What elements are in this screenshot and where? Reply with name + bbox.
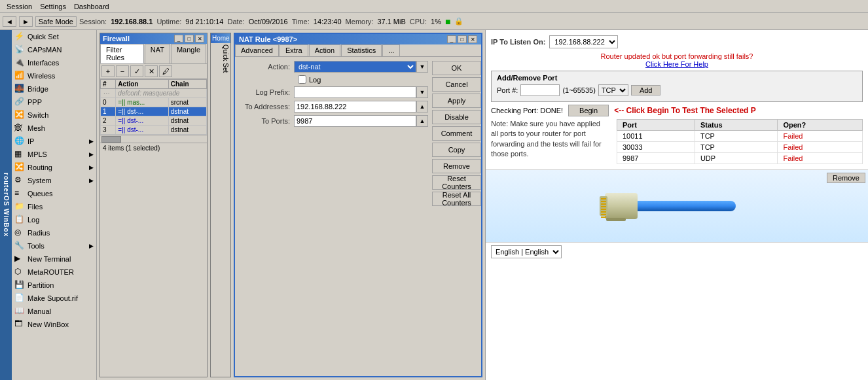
port-number-input[interactable] — [520, 84, 560, 96]
action-dropdown-btn[interactable]: ▼ — [416, 61, 428, 73]
row-num: 0 — [101, 98, 116, 107]
to-addresses-up[interactable]: ▲ — [416, 101, 428, 112]
back-button[interactable]: ◄ — [3, 16, 16, 27]
nav-queues[interactable]: ≡ Queues — [12, 187, 96, 200]
tab-more[interactable]: ... — [382, 44, 400, 56]
tab-extra[interactable]: Extra — [280, 44, 308, 56]
nat-close-button[interactable]: ✕ — [468, 35, 477, 43]
mpls-expand-icon: ▶ — [89, 151, 94, 158]
menu-session[interactable]: Session — [3, 2, 36, 11]
nav-mpls[interactable]: ▦ MPLS ▶ — [12, 148, 96, 161]
log-label: Log — [309, 76, 321, 84]
table-row[interactable]: ⋯ defconf: masquerade — [101, 89, 207, 98]
row-num: 2 — [101, 116, 116, 126]
remove-port-button[interactable]: Remove — [827, 173, 865, 183]
nat-form: Action: dst-nat ▼ Log Log Prefix: ▼ To A — [235, 61, 428, 206]
comment-button[interactable]: Comment — [432, 126, 481, 141]
main-layout: routerOS WinBox ⚡ Quick Set 📡 CAPsMAN 🔌 … — [0, 30, 868, 380]
firewall-close-button[interactable]: ✕ — [195, 35, 204, 43]
nav-new-winbox-label: New WinBox — [27, 320, 69, 328]
nav-metarouter[interactable]: ⬡ MetaROUTER — [12, 266, 96, 279]
nav-manual[interactable]: 📖 Manual — [12, 305, 96, 318]
ok-button[interactable]: OK — [432, 61, 481, 75]
disable-rule-button[interactable]: ✕ — [145, 65, 158, 77]
time-value: 14:23:40 — [314, 18, 342, 26]
nav-mesh[interactable]: 🕸 Mesh — [12, 122, 96, 135]
to-addresses-input[interactable] — [294, 101, 416, 112]
nat-minimize-button[interactable]: _ — [447, 35, 456, 43]
table-row[interactable]: 2 =|| dst-... dstnat — [101, 116, 207, 126]
to-ports-up[interactable]: ▲ — [416, 115, 428, 127]
begin-button[interactable]: Begin — [568, 105, 609, 116]
row-action: =|| mas... — [116, 98, 168, 107]
safe-mode-button[interactable]: Safe Mode — [35, 16, 77, 27]
table-row[interactable]: 0 =|| mas... srcnat — [101, 98, 207, 107]
status-tcp-2: TCP — [695, 142, 778, 153]
nav-partition[interactable]: 💾 Partition — [12, 279, 96, 292]
nav-ip[interactable]: 🌐 IP ▶ — [12, 135, 96, 148]
ip-select[interactable]: 192.168.88.222 — [549, 35, 618, 48]
supout-icon: 📄 — [14, 293, 25, 303]
nav-capsman[interactable]: 📡 CAPsMAN — [12, 43, 96, 56]
nav-new-terminal[interactable]: ▶ New Terminal — [12, 252, 96, 266]
firewall-title: Firewall — [103, 35, 130, 43]
nat-maximize-button[interactable]: □ — [458, 35, 467, 43]
reset-counters-button[interactable]: Reset Counters — [432, 175, 481, 190]
copy-button[interactable]: Copy — [432, 143, 481, 157]
nav-wireless[interactable]: 📶 Wireless — [12, 69, 96, 82]
nav-routing[interactable]: 🔀 Routing ▶ — [12, 161, 96, 174]
tab-nat[interactable]: NAT — [145, 44, 170, 63]
nav-make-supout[interactable]: 📄 Make Supout.rif — [12, 292, 96, 305]
log-prefix-input[interactable] — [294, 86, 416, 98]
tab-action[interactable]: Action — [309, 44, 341, 56]
edit-rule-button[interactable]: 🖊 — [159, 65, 172, 77]
protocol-select[interactable]: TCP UDP — [598, 84, 628, 96]
remove-button[interactable]: Remove — [432, 159, 481, 173]
nav-bridge[interactable]: 🌉 Bridge — [12, 82, 96, 95]
nav-switch[interactable]: 🔀 Switch — [12, 109, 96, 122]
session-label: Session: — [79, 18, 107, 26]
forward-button[interactable]: ► — [19, 16, 33, 27]
nav-system[interactable]: ⚙ System ▶ — [12, 174, 96, 187]
nav-radius[interactable]: ◎ Radius — [12, 226, 96, 239]
to-ports-input[interactable] — [294, 115, 416, 127]
add-port-button[interactable]: Add — [631, 85, 661, 95]
log-checkbox[interactable] — [298, 75, 306, 84]
remove-rule-button[interactable]: − — [116, 65, 129, 77]
enable-rule-button[interactable]: ✓ — [130, 65, 143, 77]
metarouter-icon: ⬡ — [14, 267, 25, 277]
table-row[interactable]: 3 =|| dst-... dstnat — [101, 126, 207, 135]
log-prefix-dropdown[interactable]: ▼ — [416, 86, 428, 98]
horizontal-scrollbar[interactable] — [100, 135, 207, 143]
cancel-button[interactable]: Cancel — [432, 77, 481, 92]
ip-row: IP To Listen On: 192.168.88.222 — [491, 35, 863, 48]
table-row[interactable]: 1 =|| dst-... dstnat — [101, 107, 207, 116]
menu-settings[interactable]: Settings — [36, 2, 70, 11]
menu-dashboard[interactable]: Dashboard — [70, 2, 113, 11]
firewall-maximize-button[interactable]: □ — [185, 35, 194, 43]
nav-log[interactable]: 📋 Log — [12, 213, 96, 226]
action-select[interactable]: dst-nat — [294, 61, 416, 73]
nav-quick-set[interactable]: ⚡ Quick Set — [12, 30, 96, 43]
tab-advanced[interactable]: Advanced — [235, 44, 279, 56]
apply-button[interactable]: Apply — [432, 94, 481, 108]
toolbar: ◄ ► Safe Mode Session: 192.168.88.1 Upti… — [0, 13, 868, 30]
col-open: Open? — [778, 120, 863, 131]
firewall-minimize-button[interactable]: _ — [174, 35, 183, 43]
nav-ppp[interactable]: 🔗 PPP — [12, 95, 96, 109]
reset-all-counters-button[interactable]: Reset All Counters — [432, 192, 481, 206]
nav-interfaces[interactable]: 🔌 Interfaces — [12, 56, 96, 69]
status-tcp-1: TCP — [695, 131, 778, 142]
checking-status: Checking Port: DONE! — [491, 107, 563, 114]
nav-tools[interactable]: 🔧 Tools ▶ — [12, 239, 96, 252]
nav-new-winbox[interactable]: 🗔 New WinBox — [12, 318, 96, 331]
add-rule-button[interactable]: + — [101, 65, 115, 77]
check-row: Checking Port: DONE! Begin <-- Click Beg… — [491, 105, 863, 116]
help-link[interactable]: Click Here For Help — [491, 60, 863, 68]
language-select[interactable]: English | English — [491, 245, 562, 258]
tab-mangle[interactable]: Mangle — [171, 44, 206, 63]
disable-button[interactable]: Disable — [432, 110, 481, 124]
nav-files[interactable]: 📁 Files — [12, 200, 96, 213]
tab-statistics[interactable]: Statistics — [341, 44, 382, 56]
tab-filter-rules[interactable]: Filter Rules — [100, 44, 144, 63]
